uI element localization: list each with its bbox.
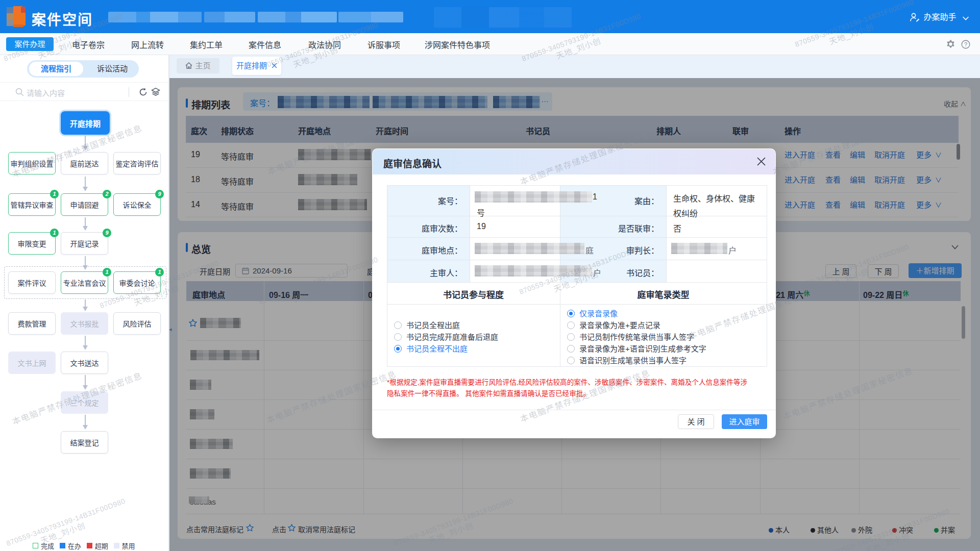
svg-text:?: ? [964,41,967,47]
